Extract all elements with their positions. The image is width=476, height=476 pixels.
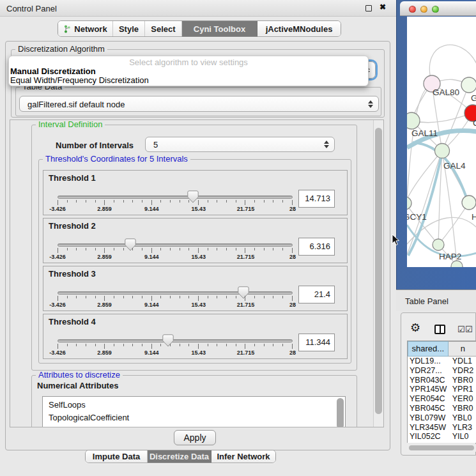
node-label-gal11: GAL11 [411,128,438,138]
interval-definition-group: Interval Definition Number of Intervals … [31,125,357,371]
table-body: YDL19...YDL1 YDR27...YDR2 YBR043CYBR0 YP… [408,357,476,441]
threshold-2-value-field[interactable]: 6.316 [298,238,335,256]
table-horizontal-scrollbar[interactable] [407,444,476,452]
attributes-group: Attributes to discretize Numerical Attri… [31,375,357,427]
apply-button[interactable]: Apply [174,430,216,445]
slider-tick-labels: -3.4262.8599.14415.4321.71528 [58,206,293,213]
node-gal4[interactable] [435,144,450,158]
settings-scrollbar[interactable] [373,120,383,427]
threshold-1-value-field[interactable]: 14.713 [298,190,335,208]
cell: YPR145W [408,385,449,394]
tick-label: 9.144 [144,302,159,308]
close-icon[interactable]: ✖ [380,3,386,12]
thresholds-group-title: Threshold's Coordinates for 5 Intervals [43,155,190,164]
table-row[interactable]: YDR27...YDR2 [408,366,476,376]
zoom-traffic-light-icon[interactable] [432,6,439,13]
table-row[interactable]: YDL19...YDL1 [408,357,476,366]
float-window-icon[interactable] [365,5,372,12]
tab-network[interactable]: Network [58,21,113,36]
tick-label: 15.43 [192,254,206,260]
split-columns-icon[interactable] [434,325,445,334]
table-row[interactable]: YBL079WYBL0 [408,413,476,423]
tab-cyni-toolbox-label: Cyni Toolbox [194,24,245,34]
tick-label: 2.859 [97,206,112,212]
node-gal11[interactable] [407,112,420,129]
attributes-group-title: Attributes to discretize [36,371,123,380]
cell: YBL079W [408,413,449,423]
combo-arrows-icon [368,100,372,108]
minimize-traffic-light-icon[interactable] [420,6,427,13]
checkbox-icon[interactable]: ☑ [465,325,473,334]
numerical-attributes-label: Numerical Attributes [37,381,118,390]
table-row[interactable]: YPR145WYPR1 [408,385,476,394]
gear-icon[interactable]: ⚙ [410,322,420,334]
dropdown-option-equal-width[interactable]: Equal Width/Frequency Discretization [10,75,149,85]
column-header-shared-name[interactable]: shared... [408,341,449,357]
cell: YDL19... [408,357,449,366]
dropdown-option-manual-discretization[interactable]: Manual Discretization [10,66,96,76]
tick-label: 2.859 [97,349,112,356]
checkbox-icon[interactable]: ☑ [457,325,465,334]
thresholds-group: Threshold's Coordinates for 5 Intervals … [38,159,351,364]
tick-label: 9.144 [144,254,159,260]
cell: YBR043C [408,376,449,385]
cyni-toolbox-panel: Discretization Algorithm Table Data galF… [5,41,390,450]
tick-label: -3.426 [49,206,66,212]
tab-cyni-toolbox[interactable]: Cyni Toolbox [182,21,257,36]
tab-impute-data[interactable]: Impute Data [86,450,148,463]
tab-select[interactable]: Select [145,21,182,36]
threshold-4-box: Threshold 4 -3.4262.8599.14415.4321.7152… [43,314,348,359]
table-row[interactable]: YER054CYER0 [408,394,476,404]
node-bottom[interactable] [451,261,463,267]
table-row[interactable]: YLR345WYLR3 [408,423,476,433]
table-row[interactable]: YBR043CYBR0 [408,376,476,385]
table-panel-header: Table Panel [396,289,476,311]
tab-infer-network[interactable]: Infer Network [211,450,275,463]
combo-arrows-icon [324,141,328,148]
table-data-selected-value: galFiltered.sif default node [27,99,125,109]
cell: YER0 [449,394,476,404]
tab-jactivemnodules[interactable]: jActiveMNodules [257,21,341,36]
column-header-name[interactable]: n [449,341,476,357]
network-view-canvas[interactable]: GAL80 GA GAL11 C GAL4 GCY1 H HAP2 [407,17,476,267]
tick-label: 2.859 [97,302,112,308]
number-of-intervals-combobox[interactable]: 5 [145,137,335,152]
cell: YBR045C [408,404,449,413]
table-row[interactable]: YIL052CYIL0 [408,432,476,441]
number-of-intervals-label: Number of Intervals [56,141,134,150]
tab-discretize-data[interactable]: Discretize Data [148,450,211,463]
network-window-frame[interactable]: GAL80 GA GAL11 C GAL4 GCY1 H HAP2 [396,0,476,289]
cell: YBR0 [449,404,476,413]
table-data-combobox[interactable]: galFiltered.sif default node [19,96,379,112]
numerical-attributes-list[interactable]: SelfLoops TopologicalCoefficient Between… [42,396,346,427]
node-label-hap2: HAP2 [439,252,461,261]
cell: YDR27... [408,366,449,376]
network-window-titlebar[interactable] [400,1,476,16]
node-hap2[interactable] [433,239,444,250]
node-gcy1[interactable] [407,197,411,210]
table-row[interactable]: YBR045CYBR0 [408,404,476,413]
dropdown-placeholder-option[interactable]: Select algorithm to view settings [9,58,368,67]
node-right-mid[interactable] [462,196,476,210]
list-item[interactable]: SelfLoops [49,399,345,411]
node-top-right[interactable] [461,77,476,93]
tick-label: 15.43 [192,302,206,308]
cell: YIL0 [449,432,476,441]
list-scrollbar[interactable] [337,398,344,427]
scrollbar-thumb[interactable] [375,128,382,414]
threshold-3-value-field[interactable]: 21.4 [298,286,335,303]
cell: YDR2 [449,366,476,376]
tab-jactivemnodules-label: jActiveMNodules [266,24,333,34]
close-traffic-light-icon[interactable] [409,6,416,13]
tick-label: 15.43 [192,206,206,212]
panel-title: Control Panel [6,4,57,13]
interval-definition-title: Interval Definition [36,120,105,129]
tick-label: 21.715 [237,206,255,212]
threshold-4-value-field[interactable]: 11.344 [298,334,335,351]
scrollbar-thumb[interactable] [409,445,474,450]
tab-style[interactable]: Style [113,21,145,36]
list-item[interactable]: BetweennessCentrality [49,424,345,427]
list-item[interactable]: TopologicalCoefficient [49,411,345,424]
cell: YPR1 [449,385,476,394]
tick-label: 21.715 [237,254,255,260]
